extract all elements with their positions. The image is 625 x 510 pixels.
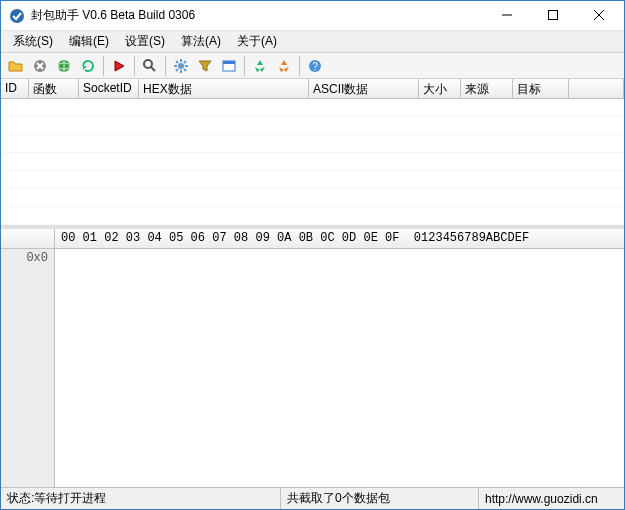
svg-point-13 (178, 63, 184, 69)
menu-algorithm[interactable]: 算法(A) (173, 31, 229, 52)
svg-text:?: ? (312, 61, 318, 72)
svg-point-11 (144, 60, 152, 68)
status-count: 共截取了0个数据包 (281, 488, 479, 509)
col-blank[interactable] (569, 79, 624, 98)
hex-body[interactable]: 0x0 (1, 249, 624, 487)
grid-body[interactable] (1, 99, 624, 229)
packet-grid[interactable]: ID 函数 SocketID HEX数据 ASCII数据 大小 来源 目标 (1, 79, 624, 229)
hex-offset-header (1, 229, 55, 248)
toolbar-separator (244, 56, 245, 76)
toolbar-separator (134, 56, 135, 76)
col-source[interactable]: 来源 (461, 79, 513, 98)
col-size[interactable]: 大小 (419, 79, 461, 98)
toolbar-separator (103, 56, 104, 76)
grid-header: ID 函数 SocketID HEX数据 ASCII数据 大小 来源 目标 (1, 79, 624, 99)
svg-point-0 (10, 9, 24, 23)
toolbar-separator (299, 56, 300, 76)
svg-line-20 (176, 69, 178, 71)
menu-settings[interactable]: 设置(S) (117, 31, 173, 52)
svg-line-18 (176, 61, 178, 63)
col-asciidata[interactable]: ASCII数据 (309, 79, 419, 98)
menu-system[interactable]: 系统(S) (5, 31, 61, 52)
globe-icon[interactable] (53, 55, 75, 77)
play-icon[interactable] (108, 55, 130, 77)
window-icon[interactable] (218, 55, 240, 77)
open-folder-icon[interactable] (5, 55, 27, 77)
status-state: 状态:等待打开进程 (1, 488, 281, 509)
maximize-button[interactable] (530, 1, 576, 29)
recycle-orange-icon[interactable] (273, 55, 295, 77)
help-icon[interactable]: ? (304, 55, 326, 77)
titlebar[interactable]: 封包助手 V0.6 Beta Build 0306 (1, 1, 624, 31)
window-controls (484, 1, 622, 30)
close-button[interactable] (576, 1, 622, 29)
col-hexdata[interactable]: HEX数据 (139, 79, 309, 98)
col-func[interactable]: 函数 (29, 79, 79, 98)
hex-ruler: 00 01 02 03 04 05 06 07 08 09 0A 0B 0C 0… (55, 229, 624, 248)
content-area: ID 函数 SocketID HEX数据 ASCII数据 大小 来源 目标 00… (1, 79, 624, 487)
toolbar: ? (1, 53, 624, 79)
menubar: 系统(S) 编辑(E) 设置(S) 算法(A) 关于(A) (1, 31, 624, 53)
app-window: 封包助手 V0.6 Beta Build 0306 系统(S) 编辑(E) 设置… (0, 0, 625, 510)
svg-line-21 (184, 61, 186, 63)
menu-about[interactable]: 关于(A) (229, 31, 285, 52)
svg-rect-23 (223, 61, 235, 64)
menu-edit[interactable]: 编辑(E) (61, 31, 117, 52)
stop-icon[interactable] (29, 55, 51, 77)
minimize-button[interactable] (484, 1, 530, 29)
svg-rect-2 (549, 11, 558, 20)
hex-offset-value: 0x0 (7, 251, 48, 265)
gear-icon[interactable] (170, 55, 192, 77)
statusbar: 状态:等待打开进程 共截取了0个数据包 http://www.guozidi.c… (1, 487, 624, 509)
toolbar-separator (165, 56, 166, 76)
svg-line-19 (184, 69, 186, 71)
col-id[interactable]: ID (1, 79, 29, 98)
app-icon (9, 8, 25, 24)
hex-viewer: 00 01 02 03 04 05 06 07 08 09 0A 0B 0C 0… (1, 229, 624, 487)
filter-icon[interactable] (194, 55, 216, 77)
status-url[interactable]: http://www.guozidi.cn (479, 488, 624, 509)
refresh-icon[interactable] (77, 55, 99, 77)
window-title: 封包助手 V0.6 Beta Build 0306 (31, 7, 484, 24)
col-socketid[interactable]: SocketID (79, 79, 139, 98)
hex-offset-column: 0x0 (1, 249, 55, 487)
hex-header: 00 01 02 03 04 05 06 07 08 09 0A 0B 0C 0… (1, 229, 624, 249)
col-target[interactable]: 目标 (513, 79, 569, 98)
svg-line-12 (151, 67, 155, 71)
hex-content[interactable] (55, 249, 624, 487)
recycle-green-icon[interactable] (249, 55, 271, 77)
search-icon[interactable] (139, 55, 161, 77)
